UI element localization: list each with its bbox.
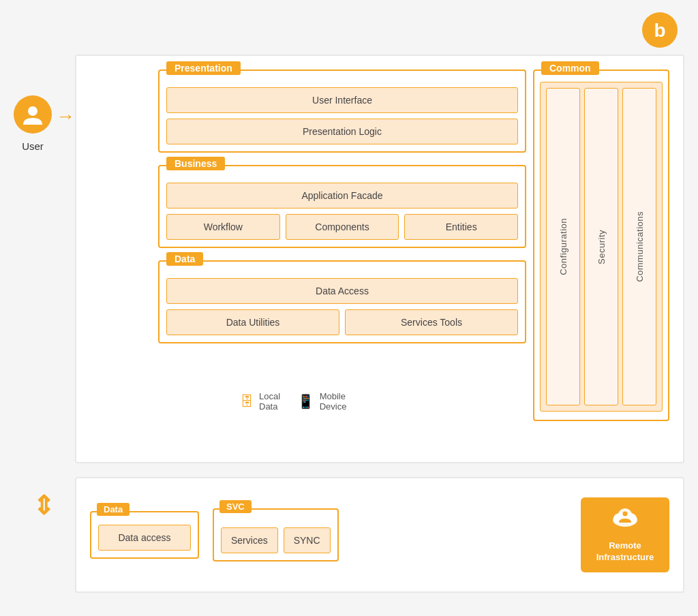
user-label: User [22,140,44,152]
communications-label: Communications [635,211,645,282]
workflow-box: Workflow [166,214,280,240]
data-row: Data Utilities Services Tools [166,309,518,335]
bottom-svc-label: SVC [219,500,252,513]
mobile-device-icon: 📱 [297,393,314,410]
sync-arrow-icon: ⇕ [33,491,55,521]
common-inner: Configuration Security Communications [540,82,663,412]
application-facade-box: Application Facade [166,183,518,209]
bottom-data-label: Data [97,503,130,516]
user-arrow-icon: → [56,106,75,127]
svg-point-2 [28,106,37,116]
configuration-label: Configuration [558,218,568,275]
local-data-label: 🗄 Local Data [240,391,297,412]
svg-text:b: b [654,20,665,41]
data-access-box: Data Access [166,278,518,304]
bottom-svc-section: SVC Services SYNC [213,508,339,561]
components-box: Components [286,214,399,240]
business-section: Business Application Facade Workflow Com… [158,165,526,248]
bottom-svc-row: Services SYNC [221,522,331,553]
remote-label: RemoteInfrastructure [596,540,654,564]
user-icon [14,95,52,134]
remote-infrastructure-box: RemoteInfrastructure [581,497,669,572]
mobile-device-label: 📱 Mobile Device [297,391,369,412]
presentation-logic-box: Presentation Logic [166,119,518,144]
bottom-data-access-box: Data access [98,525,191,551]
svg-point-7 [623,512,628,517]
local-data-icon: 🗄 [240,394,254,410]
bottom-container: Data Data access SVC Services SYNC Remot… [75,477,684,593]
presentation-section: Presentation User Interface Presentation… [158,70,526,153]
bottom-data-section: Data Data access [90,511,199,559]
security-col: Security [584,88,618,405]
services-tools-box: Services Tools [345,309,518,335]
security-label: Security [596,230,607,264]
communications-col: Communications [622,88,656,405]
common-label: Common [541,61,599,75]
user-section: User [14,95,52,152]
layers-content: Presentation User Interface Presentation… [158,70,526,421]
data-utilities-box: Data Utilities [166,309,339,335]
data-label: Data [166,252,203,266]
user-interface-box: User Interface [166,87,518,113]
services-box: Services [221,527,278,553]
common-panel: Common Configuration Security Communicat… [533,70,669,421]
logo-icon: b [642,12,678,48]
sync-box: SYNC [284,527,331,553]
business-row: Workflow Components Entities [166,214,518,240]
remote-cloud-icon [610,506,640,535]
data-section: Data Data Access Data Utilities Services… [158,260,526,343]
presentation-label: Presentation [166,61,241,75]
bottom-labels: 🗄 Local Data 📱 Mobile Device [240,391,369,412]
entities-box: Entities [404,214,518,240]
business-label: Business [166,157,225,170]
main-architecture-container: Presentation User Interface Presentation… [75,55,684,463]
configuration-col: Configuration [546,88,580,405]
